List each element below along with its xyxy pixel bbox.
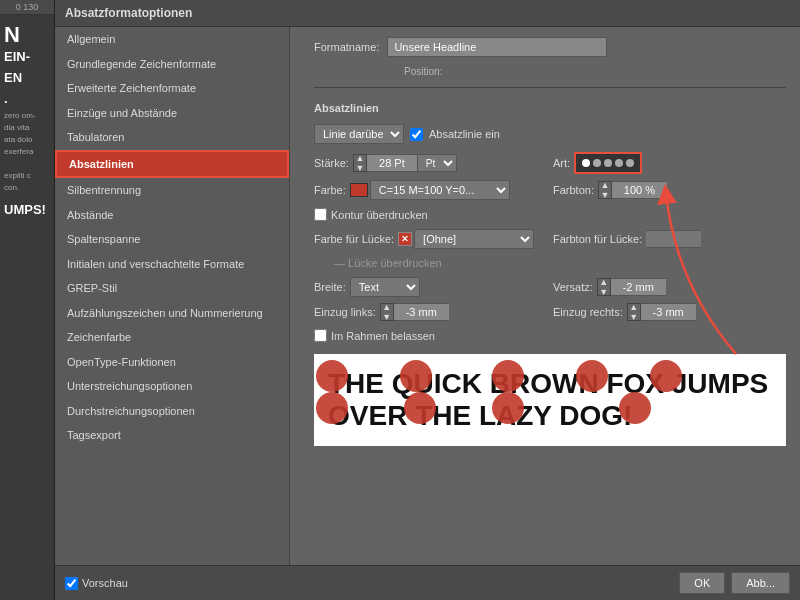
art-dot-4 (615, 159, 623, 167)
farbe-select[interactable]: C=15 M=100 Y=0... (370, 180, 510, 200)
im-rahmen-checkbox[interactable] (314, 329, 327, 342)
einzug-rechts-label: Einzug rechts: (553, 306, 623, 318)
lueche-ueberdrucken-row: — Lücke überdrucken (314, 257, 786, 269)
lueche-ueberdrucken-label: — Lücke überdrucken (334, 257, 442, 269)
einzug-rechts-spin: ▲▼ (627, 303, 696, 321)
sidebar-item-grep[interactable]: GREP-Stil (55, 276, 289, 301)
sidebar-item-abstaende[interactable]: Abstände (55, 203, 289, 228)
sidebar-item-opentype[interactable]: OpenType-Funktionen (55, 350, 289, 375)
editor-strip: 0 130 N EIN- EN . zero om-dia vitaata do… (0, 0, 55, 600)
staerke-label: Stärke: (314, 157, 349, 169)
format-name-label: Formatname: (314, 41, 379, 53)
einzug-links-input[interactable] (394, 303, 449, 321)
sidebar-item-absatzlinien[interactable]: Absatzlinien (55, 150, 289, 179)
einzug-links-col: Einzug links: ▲▼ (314, 303, 547, 321)
farbe-col: Farbe: C=15 M=100 Y=0... (314, 180, 547, 200)
main-panel: Formatname: Position: Absatzlinien Linie… (300, 27, 800, 565)
staerke-unit-select[interactable]: Pt mm (417, 154, 457, 172)
kontur-checkbox[interactable] (314, 208, 327, 221)
lueche-x-icon: ✕ (398, 232, 412, 246)
art-selector[interactable] (574, 152, 642, 174)
preview-line2: OVER THE LAZY DOG! (328, 400, 632, 431)
staerke-col: Stärke: ▲▼ Pt mm (314, 154, 547, 172)
breite-select[interactable]: Text Spalte (350, 277, 420, 297)
dialog-body: Allgemein Grundlegende Zeichenformate Er… (55, 27, 800, 565)
einzug-links-spin: ▲▼ (380, 303, 449, 321)
ok-button[interactable]: OK (679, 572, 725, 594)
sidebar-item-allgemein[interactable]: Allgemein (55, 27, 289, 52)
versatz-spin: ▲▼ (597, 278, 666, 296)
vorschau-checkbox[interactable] (65, 577, 78, 590)
section-title: Absatzlinien (314, 102, 786, 114)
einzug-rechts-col: Einzug rechts: ▲▼ (553, 303, 786, 321)
sidebar-item-erweiterte[interactable]: Erweiterte Zeichenformate (55, 76, 289, 101)
sidebar-item-grundlegende[interactable]: Grundlegende Zeichenformate (55, 52, 289, 77)
editor-text-jumps: UMPS! (4, 200, 50, 221)
farbe-lueche-col: Farbe für Lücke: ✕ [Ohne] (314, 229, 547, 249)
farbe-swatch (350, 183, 368, 197)
art-dot-2 (593, 159, 601, 167)
farbe-label: Farbe: (314, 184, 346, 196)
dialog: Absatzformatoptionen Allgemein Grundlege… (55, 0, 800, 600)
sidebar-item-einzuege[interactable]: Einzüge und Abstände (55, 101, 289, 126)
kontur-row: Kontur überdrucken (314, 208, 786, 221)
farbton-lueche-label: Farbton für Lücke: (553, 233, 642, 245)
format-name-row: Formatname: (314, 37, 786, 57)
staerke-spin: ▲▼ Pt mm (353, 154, 457, 172)
vorschau-label: Vorschau (82, 577, 128, 589)
einzug-links-spin-btn[interactable]: ▲▼ (380, 303, 394, 321)
preview-text: THE QUICK BROWN FOX JUMPS OVER THE LAZY … (328, 364, 772, 436)
sidebar-item-initialen[interactable]: Initialen und verschachtelte Formate (55, 252, 289, 277)
absatzlinie-checkbox[interactable] (410, 128, 423, 141)
einzug-rechts-input[interactable] (641, 303, 696, 321)
farbe-input-group: C=15 M=100 Y=0... (350, 180, 510, 200)
versatz-input[interactable] (611, 278, 666, 296)
sidebar-item-tagsexport[interactable]: Tagsexport (55, 423, 289, 448)
farbton-lueche-col: Farbton für Lücke: (553, 230, 786, 248)
sidebar-item-tabulatoren[interactable]: Tabulatoren (55, 125, 289, 150)
im-rahmen-label: Im Rahmen belassen (331, 330, 435, 342)
sidebar-item-durchstreichung[interactable]: Durchstreichungsoptionen (55, 399, 289, 424)
im-rahmen-row: Im Rahmen belassen (314, 329, 786, 342)
farbe-lueche-label: Farbe für Lücke: (314, 233, 394, 245)
linie-row: Linie darüber Linie darunter Absatzlinie… (314, 124, 786, 144)
sidebar-item-zeichenfarbe[interactable]: Zeichenfarbe (55, 325, 289, 350)
art-dot-3 (604, 159, 612, 167)
staerke-art-row: Stärke: ▲▼ Pt mm Art: (314, 152, 786, 174)
ruler: 0 130 (0, 0, 54, 15)
farbton-input[interactable] (612, 181, 667, 199)
format-name-input[interactable] (387, 37, 607, 57)
sidebar-item-unterstreichung[interactable]: Unterstreichungsoptionen (55, 374, 289, 399)
versatz-spin-btn[interactable]: ▲▼ (597, 278, 611, 296)
farbe-farbton-row: Farbe: C=15 M=100 Y=0... Farbton: ▲▼ (314, 180, 786, 200)
staerke-input[interactable] (367, 154, 417, 172)
farbton-lueche-input[interactable] (646, 230, 701, 248)
editor-content: N EIN- EN . zero om-dia vitaata doloexer… (0, 15, 54, 228)
versatz-col: Versatz: ▲▼ (553, 278, 786, 296)
staerke-spin-btn[interactable]: ▲▼ (353, 154, 367, 172)
position-label: Position: (404, 66, 442, 77)
separator-1 (314, 87, 786, 88)
farbe-lueche-select[interactable]: [Ohne] (414, 229, 534, 249)
einzug-rechts-spin-btn[interactable]: ▲▼ (627, 303, 641, 321)
sidebar-item-silbentrennung[interactable]: Silbentrennung (55, 178, 289, 203)
editor-text-en: EN (4, 68, 50, 89)
position-row: Position: (314, 65, 786, 77)
farbton-spin-btn[interactable]: ▲▼ (598, 181, 612, 199)
preview-line1: THE QUICK BROWN FOX JUMPS (328, 368, 768, 399)
breite-col: Breite: Text Spalte (314, 277, 547, 297)
farbton-col: Farbton: ▲▼ (553, 181, 786, 199)
abbrechen-button[interactable]: Abb... (731, 572, 790, 594)
versatz-label: Versatz: (553, 281, 593, 293)
footer-right: OK Abb... (679, 572, 790, 594)
sidebar-item-spaltenspanne[interactable]: Spaltenspanne (55, 227, 289, 252)
dialog-titlebar: Absatzformatoptionen (55, 0, 800, 27)
farbton-label: Farbton: (553, 184, 594, 196)
linie-select[interactable]: Linie darüber Linie darunter (314, 124, 404, 144)
preview-wrapper: THE QUICK BROWN FOX JUMPS OVER THE LAZY … (314, 354, 786, 446)
einzug-links-label: Einzug links: (314, 306, 376, 318)
sidebar-item-aufzaehlungen[interactable]: Aufzählungszeichen und Nummerierung (55, 301, 289, 326)
art-col: Art: (553, 152, 786, 174)
art-label: Art: (553, 157, 570, 169)
art-dot-1 (582, 159, 590, 167)
